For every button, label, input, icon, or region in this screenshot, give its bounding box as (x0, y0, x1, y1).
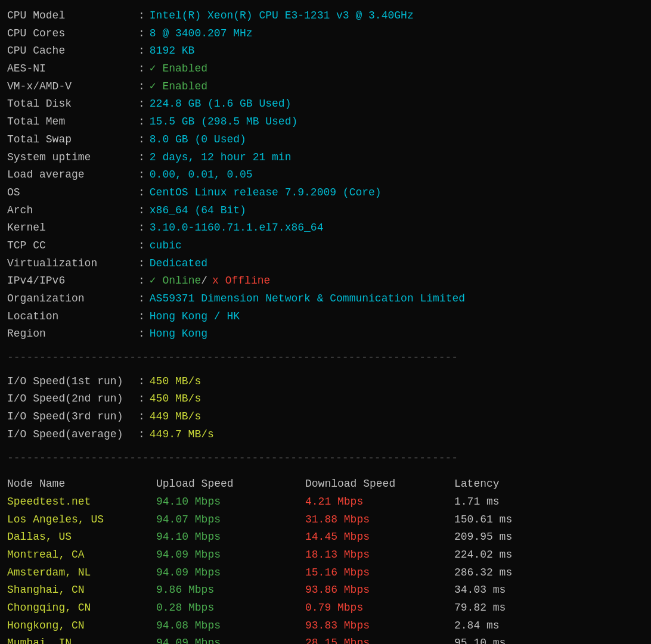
total-swap-label: Total Swap (7, 131, 138, 149)
download-speed: 28.15 Mbps (305, 634, 454, 644)
cpu-cache-row: CPU Cache : 8192 KB (7, 42, 644, 60)
ipv-row: IPv4/IPv6 : ✓ Online / x Offline (7, 272, 644, 290)
table-row: Speedtest.net 94.10 Mbps 4.21 Mbps 1.71 … (7, 493, 644, 511)
node-name: Hongkong, CN (7, 617, 156, 635)
node-name: Dallas, US (7, 528, 156, 546)
latency-value: 79.82 ms (454, 599, 603, 617)
network-table-body: Speedtest.net 94.10 Mbps 4.21 Mbps 1.71 … (7, 493, 644, 644)
tcp-label: TCP CC (7, 237, 138, 255)
io-run2-label: I/O Speed(2nd run) (7, 390, 138, 408)
table-row: Los Angeles, US 94.07 Mbps 31.88 Mbps 15… (7, 511, 644, 529)
network-table-header: Node Name Upload Speed Download Speed La… (7, 475, 644, 493)
kernel-row: Kernel : 3.10.0-1160.71.1.el7.x86_64 (7, 219, 644, 237)
io-section: I/O Speed(1st run) : 450 MB/s I/O Speed(… (7, 371, 644, 446)
io-run3-row: I/O Speed(3rd run) : 449 MB/s (7, 408, 644, 426)
cpu-model-value: Intel(R) Xeon(R) CPU E3-1231 v3 @ 3.40GH… (150, 7, 414, 25)
table-row: Chongqing, CN 0.28 Mbps 0.79 Mbps 79.82 … (7, 599, 644, 617)
col-node: Node Name (7, 475, 156, 493)
upload-speed: 0.28 Mbps (156, 599, 305, 617)
org-value: AS59371 Dimension Network & Communicatio… (150, 290, 465, 308)
total-swap-row: Total Swap : 8.0 GB (0 Used) (7, 131, 644, 149)
upload-speed: 94.07 Mbps (156, 511, 305, 529)
total-disk-value: 224.8 GB (1.6 GB Used) (150, 95, 292, 113)
kernel-label: Kernel (7, 219, 138, 237)
cpu-cache-value: 8192 KB (150, 42, 195, 60)
uptime-value: 2 days, 12 hour 21 min (150, 149, 292, 167)
table-row: Dallas, US 94.10 Mbps 14.45 Mbps 209.95 … (7, 528, 644, 546)
total-mem-label: Total Mem (7, 113, 138, 131)
node-name: Amsterdam, NL (7, 564, 156, 582)
ipv-offline: x Offline (212, 272, 270, 290)
io-run1-label: I/O Speed(1st run) (7, 373, 138, 391)
cpu-cores-value: 8 @ 3400.207 MHz (150, 25, 253, 43)
upload-speed: 9.86 Mbps (156, 581, 305, 599)
download-speed: 18.13 Mbps (305, 546, 454, 564)
io-run3-value: 449 MB/s (150, 408, 201, 426)
download-speed: 4.21 Mbps (305, 493, 454, 511)
system-info: CPU Model : Intel(R) Xeon(R) CPU E3-1231… (7, 5, 644, 346)
kernel-value: 3.10.0-1160.71.1.el7.x86_64 (150, 219, 324, 237)
node-name: Montreal, CA (7, 546, 156, 564)
io-run1-row: I/O Speed(1st run) : 450 MB/s (7, 373, 644, 391)
node-name: Speedtest.net (7, 493, 156, 511)
ipv-online: ✓ Online (150, 272, 201, 290)
latency-value: 150.61 ms (454, 511, 603, 529)
load-label: Load average (7, 166, 138, 184)
ipv-sep: / (201, 272, 207, 290)
location-value: Hong Kong / HK (150, 308, 240, 326)
io-avg-row: I/O Speed(average) : 449.7 MB/s (7, 426, 644, 444)
node-name: Chongqing, CN (7, 599, 156, 617)
virt-value: Dedicated (150, 255, 207, 273)
region-label: Region (7, 325, 138, 343)
aes-ni-value: ✓ Enabled (150, 60, 207, 78)
cpu-model-row: CPU Model : Intel(R) Xeon(R) CPU E3-1231… (7, 7, 644, 25)
load-row: Load average : 0.00, 0.01, 0.05 (7, 166, 644, 184)
table-row: Amsterdam, NL 94.09 Mbps 15.16 Mbps 286.… (7, 564, 644, 582)
vmx-value: ✓ Enabled (150, 78, 207, 96)
arch-label: Arch (7, 202, 138, 220)
org-label: Organization (7, 290, 138, 308)
cpu-cache-label: CPU Cache (7, 42, 138, 60)
latency-value: 34.03 ms (454, 581, 603, 599)
download-speed: 93.83 Mbps (305, 617, 454, 635)
table-row: Shanghai, CN 9.86 Mbps 93.86 Mbps 34.03 … (7, 581, 644, 599)
network-section: Node Name Upload Speed Download Speed La… (7, 471, 644, 644)
uptime-label: System uptime (7, 149, 138, 167)
os-row: OS : CentOS Linux release 7.9.2009 (Core… (7, 184, 644, 202)
total-mem-value: 15.5 GB (298.5 MB Used) (150, 113, 297, 131)
download-speed: 31.88 Mbps (305, 511, 454, 529)
os-label: OS (7, 184, 138, 202)
total-disk-label: Total Disk (7, 95, 138, 113)
org-row: Organization : AS59371 Dimension Network… (7, 290, 644, 308)
uptime-row: System uptime : 2 days, 12 hour 21 min (7, 149, 644, 167)
io-run3-label: I/O Speed(3rd run) (7, 408, 138, 426)
virt-label: Virtualization (7, 255, 138, 273)
cpu-cores-row: CPU Cores : 8 @ 3400.207 MHz (7, 25, 644, 43)
download-speed: 0.79 Mbps (305, 599, 454, 617)
arch-value: x86_64 (64 Bit) (150, 202, 246, 220)
vmx-row: VM-x/AMD-V : ✓ Enabled (7, 78, 644, 96)
aes-ni-label: AES-NI (7, 60, 138, 78)
node-name: Mumbai, IN (7, 634, 156, 644)
virt-row: Virtualization : Dedicated (7, 255, 644, 273)
cpu-model-label: CPU Model (7, 7, 138, 25)
os-value: CentOS Linux release 7.9.2009 (Core) (150, 184, 382, 202)
location-label: Location (7, 308, 138, 326)
upload-speed: 94.08 Mbps (156, 617, 305, 635)
io-run2-row: I/O Speed(2nd run) : 450 MB/s (7, 390, 644, 408)
tcp-row: TCP CC : cubic (7, 237, 644, 255)
io-run1-value: 450 MB/s (150, 373, 201, 391)
cpu-cores-label: CPU Cores (7, 25, 138, 43)
col-latency: Latency (454, 475, 603, 493)
location-row: Location : Hong Kong / HK (7, 308, 644, 326)
arch-row: Arch : x86_64 (64 Bit) (7, 202, 644, 220)
table-row: Hongkong, CN 94.08 Mbps 93.83 Mbps 2.84 … (7, 617, 644, 635)
col-upload: Upload Speed (156, 475, 305, 493)
download-speed: 14.45 Mbps (305, 528, 454, 546)
region-row: Region : Hong Kong (7, 325, 644, 343)
ipv-label: IPv4/IPv6 (7, 272, 138, 290)
vmx-label: VM-x/AMD-V (7, 78, 138, 96)
io-avg-label: I/O Speed(average) (7, 426, 138, 444)
load-value: 0.00, 0.01, 0.05 (150, 166, 253, 184)
node-name: Los Angeles, US (7, 511, 156, 529)
